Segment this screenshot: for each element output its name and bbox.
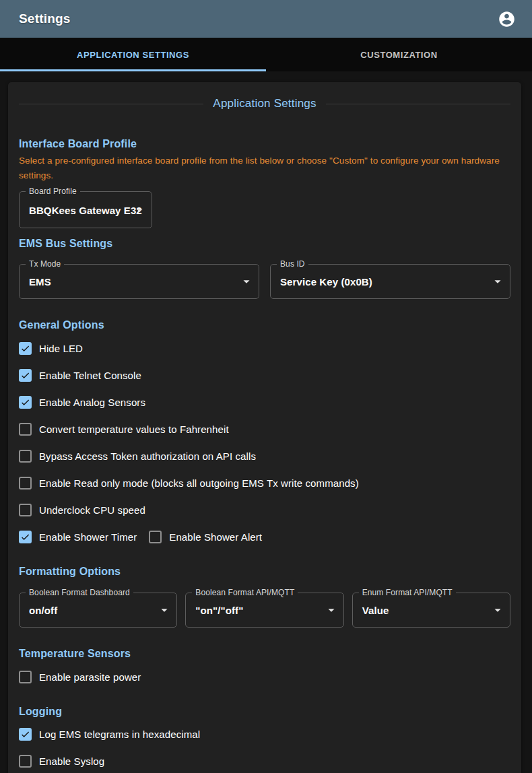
page-title: Application Settings [213,97,316,110]
board-profile-select-label: Board Profile [26,186,80,197]
boolean-format-api-mqtt-select[interactable]: Boolean Format API/MQTT "on"/"off" [185,593,343,628]
dropdown-arrow-icon [157,603,172,617]
section-heading-interface-board-profile: Interface Board Profile [19,136,510,152]
dropdown-arrow-icon [324,603,339,617]
tx-mode-select-label: Tx Mode [26,259,64,270]
checkbox-label[interactable]: Underclock CPU speed [39,504,145,516]
dropdown-arrow-icon [132,203,147,217]
checkbox-label[interactable]: Bypass Access Token authorization on API… [39,450,256,462]
formatting-select-row: Boolean Format Dashboard on/off Boolean … [19,593,510,628]
checkbox-enable-telnet-console[interactable] [19,369,32,382]
select-value: Value [362,605,389,616]
section-heading-logging: Logging [19,704,510,720]
tab-application-settings[interactable]: APPLICATION SETTINGS [0,38,266,71]
check-icon [20,532,30,542]
tab-customization[interactable]: CUSTOMIZATION [266,38,532,71]
page-title-row: Application Settings [19,95,510,112]
checkbox-label[interactable]: Enable Telnet Console [39,370,141,381]
checkbox-label[interactable]: Hide LED [39,343,83,354]
checkbox-label[interactable]: Enable Shower Timer [39,531,137,543]
check-icon [20,729,30,739]
select-value: on/off [29,605,57,616]
select-value: "on"/"off" [195,605,243,616]
checkbox-label[interactable]: Convert temperature values to Fahrenheit [39,424,229,435]
checkbox-label[interactable]: Enable Analog Sensors [39,397,145,408]
boolean-format-dashboard-select[interactable]: Boolean Format Dashboard on/off [19,593,177,628]
board-profile-select-value: BBQKees Gateway E32 [29,204,142,215]
title-divider-left [19,104,203,104]
section-heading-temperature-sensors: Temperature Sensors [19,646,510,662]
checkbox-row-log-hex[interactable]: Log EMS telegrams in hexadecimal [19,720,510,747]
checkbox-row-underclock-cpu[interactable]: Underclock CPU speed [19,496,510,523]
account-button[interactable] [493,5,520,32]
enum-format-api-mqtt-select[interactable]: Enum Format API/MQTT Value [352,593,510,628]
checkbox-label[interactable]: Enable parasite power [39,671,141,683]
checkbox-row-bypass-token[interactable]: Bypass Access Token authorization on API… [19,442,510,469]
shower-alert-pair[interactable]: Enable Shower Alert [149,531,262,543]
select-label: Boolean Format API/MQTT [192,587,298,599]
select-label: Enum Format API/MQTT [359,587,456,599]
board-profile-select[interactable]: Board Profile BBQKees Gateway E32 [19,191,152,228]
checkbox-label[interactable]: Enable Read only mode (blocks all outgoi… [39,477,359,489]
checkbox-row-parasite-power[interactable]: Enable parasite power [19,663,510,690]
section-heading-formatting-options: Formatting Options [19,564,510,580]
checkbox-underclock-cpu[interactable] [19,504,32,516]
dropdown-arrow-icon [239,274,254,289]
board-profile-description: Select a pre-configured interface board … [19,154,510,183]
checkbox-read-only-mode[interactable] [19,477,32,490]
dropdown-arrow-icon [490,603,505,617]
checkbox-row-analog-sensors[interactable]: Enable Analog Sensors [19,389,510,415]
dropdown-arrow-icon [490,274,505,289]
checkbox-hide-led[interactable] [19,342,32,355]
checkbox-enable-shower-timer[interactable] [19,531,32,543]
check-icon [20,370,30,380]
tab-label: APPLICATION SETTINGS [77,50,189,60]
checkbox-row-hide-led[interactable]: Hide LED [19,335,510,362]
checkbox-convert-fahrenheit[interactable] [19,423,32,436]
ems-bus-select-row: Tx Mode EMS Bus ID Service Key (0x0B) [19,264,510,299]
tx-mode-select-value: EMS [29,276,51,288]
checkbox-label[interactable]: Enable Shower Alert [169,531,262,543]
checkbox-row-telnet-console[interactable]: Enable Telnet Console [19,362,510,389]
section-heading-general-options: General Options [19,317,510,333]
checkbox-bypass-access-token[interactable] [19,450,32,463]
checkbox-label[interactable]: Enable Syslog [39,755,104,767]
checkbox-enable-syslog[interactable] [19,755,32,768]
tx-mode-select[interactable]: Tx Mode EMS [19,264,259,299]
account-circle-icon [498,10,516,28]
shower-timer-pair[interactable]: Enable Shower Timer [19,531,137,543]
tab-label: CUSTOMIZATION [360,50,437,60]
checkbox-row-shower: Enable Shower Timer Enable Shower Alert [19,523,510,550]
select-label: Boolean Format Dashboard [26,587,133,599]
section-heading-ems-bus-settings: EMS Bus Settings [19,236,510,252]
check-icon [20,397,30,407]
page-header-title: Settings [19,11,71,26]
checkbox-row-fahrenheit[interactable]: Convert temperature values to Fahrenheit [19,415,510,442]
checkbox-label[interactable]: Log EMS telegrams in hexadecimal [39,729,200,740]
checkbox-enable-shower-alert[interactable] [149,531,162,543]
check-icon [20,343,30,354]
checkbox-enable-analog-sensors[interactable] [19,396,32,409]
title-divider-right [326,104,510,104]
settings-tab-bar: APPLICATION SETTINGS CUSTOMIZATION [0,38,532,71]
checkbox-row-enable-syslog[interactable]: Enable Syslog [19,747,510,773]
bus-id-select-label: Bus ID [277,259,308,270]
bus-id-select[interactable]: Bus ID Service Key (0x0B) [270,264,510,299]
checkbox-log-ems-telegrams-hex[interactable] [19,728,32,741]
checkbox-enable-parasite-power[interactable] [19,671,32,683]
checkbox-row-read-only-mode[interactable]: Enable Read only mode (blocks all outgoi… [19,469,510,496]
bus-id-select-value: Service Key (0x0B) [280,276,372,288]
app-bar: Settings [0,0,532,38]
application-settings-card: Application Settings Interface Board Pro… [8,82,521,773]
